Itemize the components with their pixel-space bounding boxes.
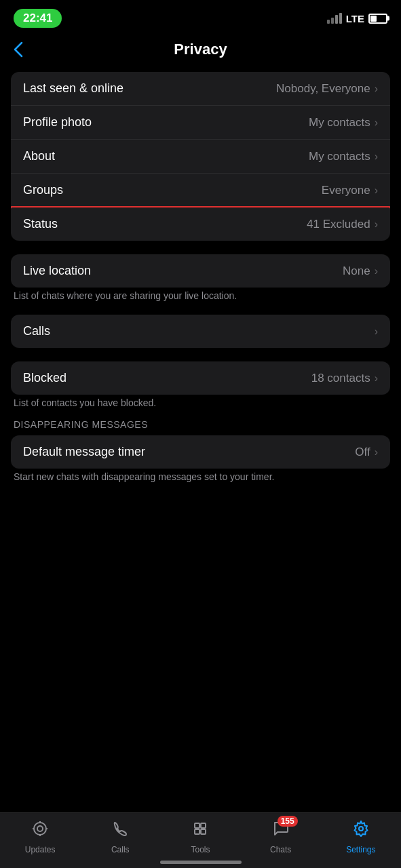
svg-rect-7 bbox=[201, 823, 206, 828]
default-timer-value: Off › bbox=[355, 446, 378, 459]
disappearing-section-header: Disappearing messages bbox=[11, 416, 390, 435]
tab-chats[interactable]: 155 Chats bbox=[257, 820, 305, 854]
default-timer-label: Default message timer bbox=[23, 445, 145, 459]
status-row-wrapper: Status 41 Excluded › bbox=[11, 208, 390, 241]
chevron-icon: › bbox=[375, 117, 378, 129]
updates-icon bbox=[31, 820, 49, 842]
about-label: About bbox=[23, 149, 55, 163]
battery-fill bbox=[370, 16, 377, 22]
calls-tab-icon bbox=[111, 820, 129, 842]
updates-label: Updates bbox=[25, 845, 56, 854]
status-bar: 22:41 LTE bbox=[0, 0, 401, 34]
calls-value: › bbox=[375, 326, 378, 338]
last-seen-value: Nobody, Everyone › bbox=[276, 82, 378, 96]
svg-rect-8 bbox=[195, 829, 199, 834]
status-value: 41 Excluded › bbox=[307, 218, 378, 231]
back-button[interactable] bbox=[14, 41, 23, 58]
back-chevron-icon bbox=[14, 41, 23, 58]
chevron-icon: › bbox=[375, 372, 378, 384]
svg-rect-9 bbox=[201, 829, 206, 834]
live-location-value: None › bbox=[343, 264, 378, 278]
chevron-icon: › bbox=[375, 265, 378, 277]
blocked-description: List of contacts you have blocked. bbox=[11, 397, 390, 408]
svg-point-10 bbox=[359, 827, 363, 831]
chevron-icon: › bbox=[375, 184, 378, 197]
profile-photo-value: My contacts › bbox=[309, 116, 378, 130]
calls-item[interactable]: Calls › bbox=[11, 315, 390, 348]
tab-bar: Updates Calls Tools 155 Ch bbox=[0, 812, 401, 868]
about-value: My contacts › bbox=[309, 150, 378, 163]
privacy-group-1: Last seen & online Nobody, Everyone › Pr… bbox=[11, 72, 390, 241]
chevron-icon: › bbox=[375, 83, 378, 95]
content: Last seen & online Nobody, Everyone › Pr… bbox=[0, 72, 401, 550]
live-location-group: Live location None › bbox=[11, 254, 390, 288]
status-label: Status bbox=[23, 217, 58, 231]
chats-label: Chats bbox=[270, 845, 291, 854]
svg-point-1 bbox=[37, 826, 43, 831]
tools-label: Tools bbox=[191, 845, 210, 854]
tab-tools[interactable]: Tools bbox=[176, 820, 224, 854]
disappearing-group: Default message timer Off › bbox=[11, 435, 390, 469]
blocked-value: 18 contacts › bbox=[311, 372, 378, 385]
battery-icon bbox=[368, 14, 387, 24]
lte-label: LTE bbox=[346, 13, 364, 24]
chats-icon: 155 bbox=[272, 820, 290, 842]
live-location-label: Live location bbox=[23, 264, 91, 278]
tools-icon bbox=[191, 820, 209, 842]
default-timer-item[interactable]: Default message timer Off › bbox=[11, 435, 390, 469]
live-location-description: List of chats where you are sharing your… bbox=[11, 290, 390, 301]
groups-item[interactable]: Groups Everyone › bbox=[11, 174, 390, 208]
svg-point-0 bbox=[34, 823, 46, 835]
blocked-group: Blocked 18 contacts › bbox=[11, 361, 390, 395]
last-seen-label: Last seen & online bbox=[23, 81, 123, 96]
tab-updates[interactable]: Updates bbox=[16, 820, 64, 854]
blocked-item[interactable]: Blocked 18 contacts › bbox=[11, 361, 390, 395]
chevron-icon: › bbox=[375, 446, 378, 458]
calls-group: Calls › bbox=[11, 315, 390, 348]
profile-photo-label: Profile photo bbox=[23, 115, 92, 130]
groups-label: Groups bbox=[23, 183, 63, 197]
profile-photo-item[interactable]: Profile photo My contacts › bbox=[11, 106, 390, 140]
groups-value: Everyone › bbox=[322, 184, 378, 197]
svg-rect-6 bbox=[195, 823, 199, 828]
calls-label: Calls bbox=[23, 324, 50, 338]
signal-bars-icon bbox=[327, 13, 342, 24]
chats-badge: 155 bbox=[278, 816, 298, 827]
chevron-icon: › bbox=[375, 326, 378, 338]
settings-icon bbox=[352, 820, 370, 842]
about-item[interactable]: About My contacts › bbox=[11, 140, 390, 174]
page-title: Privacy bbox=[174, 41, 227, 58]
status-item[interactable]: Status 41 Excluded › bbox=[11, 208, 390, 241]
header: Privacy bbox=[0, 34, 401, 72]
status-time: 22:41 bbox=[14, 9, 62, 28]
home-indicator bbox=[160, 861, 242, 864]
settings-label: Settings bbox=[346, 845, 375, 854]
chevron-icon: › bbox=[375, 218, 378, 231]
tab-calls[interactable]: Calls bbox=[96, 820, 144, 854]
status-right: LTE bbox=[327, 13, 387, 24]
disappearing-description: Start new chats with disappearing messag… bbox=[11, 471, 390, 482]
tab-settings[interactable]: Settings bbox=[337, 820, 385, 854]
blocked-label: Blocked bbox=[23, 371, 66, 385]
calls-tab-label: Calls bbox=[111, 845, 130, 854]
chevron-icon: › bbox=[375, 151, 378, 163]
last-seen-item[interactable]: Last seen & online Nobody, Everyone › bbox=[11, 72, 390, 106]
live-location-item[interactable]: Live location None › bbox=[11, 254, 390, 288]
